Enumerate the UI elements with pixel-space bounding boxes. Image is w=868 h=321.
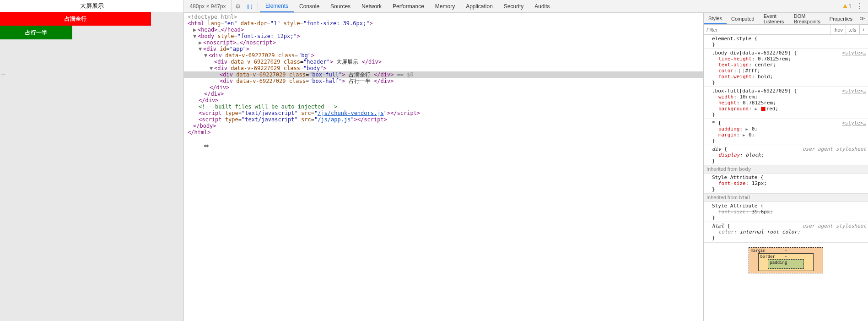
tab-audits[interactable]: Audits [529, 0, 555, 12]
tab-security[interactable]: Security [498, 0, 529, 12]
tab-console[interactable]: Console [294, 0, 325, 12]
preview-box-full: 占满全行 [0, 12, 151, 26]
hov-button[interactable]: :hov [830, 25, 846, 34]
tab-memory[interactable]: Memory [430, 0, 460, 12]
device-toggle-icon[interactable]: ⫿⫿ [244, 3, 256, 10]
box-model: margin- border- padding [704, 242, 868, 278]
warning-count: 1 [848, 3, 852, 10]
sidebar-tabs: Styles Computed Event Listeners DOM Brea… [704, 13, 868, 25]
preview-box-half: 占行一半 [0, 26, 72, 39]
devtools-tabs: Elements Console Sources Network Perform… [260, 0, 555, 12]
side-tab-styles[interactable]: Styles [704, 13, 727, 24]
side-tab-dom-breakpoints[interactable]: DOM Breakpoints [789, 13, 825, 24]
cls-button[interactable]: .cls [846, 25, 859, 34]
add-rule-button[interactable]: + [859, 25, 868, 34]
preview-pane: 大屏展示 占满全行 占行一半 [0, 0, 183, 321]
elements-tree[interactable]: <!doctype html><html lang="en" data-dpr=… [184, 13, 703, 321]
warning-icon [843, 4, 847, 8]
warnings-badge[interactable]: 1 [843, 3, 852, 10]
devtools-toolbar: 480px × 947px ⯐ ⫿⫿ Elements Console Sour… [184, 0, 868, 13]
tab-application[interactable]: Application [460, 0, 498, 12]
styles-rules[interactable]: element.style {}<style>….body div[data-v… [704, 35, 868, 321]
side-tab-properties[interactable]: Properties [825, 13, 857, 24]
preview-header: 大屏展示 [0, 0, 183, 12]
side-tab-computed[interactable]: Computed [727, 13, 759, 24]
tab-network[interactable]: Network [356, 0, 387, 12]
viewport-size-label: 480px × 947px [184, 0, 232, 12]
kebab-menu-icon[interactable]: ⋮ [854, 2, 865, 11]
styles-sidebar: Styles Computed Event Listeners DOM Brea… [703, 13, 868, 321]
tab-performance[interactable]: Performance [387, 0, 430, 12]
side-tabs-more-icon[interactable]: ≫ [857, 16, 868, 22]
resize-cursor-icon: ⇔ [204, 142, 209, 149]
tab-sources[interactable]: Sources [325, 0, 356, 12]
side-tab-event-listeners[interactable]: Event Listeners [759, 13, 789, 24]
styles-filter-input[interactable] [704, 27, 830, 33]
tab-elements[interactable]: Elements [260, 0, 294, 12]
inspect-icon[interactable]: ⯐ [232, 3, 244, 10]
devtools: 480px × 947px ⯐ ⫿⫿ Elements Console Sour… [183, 0, 868, 321]
